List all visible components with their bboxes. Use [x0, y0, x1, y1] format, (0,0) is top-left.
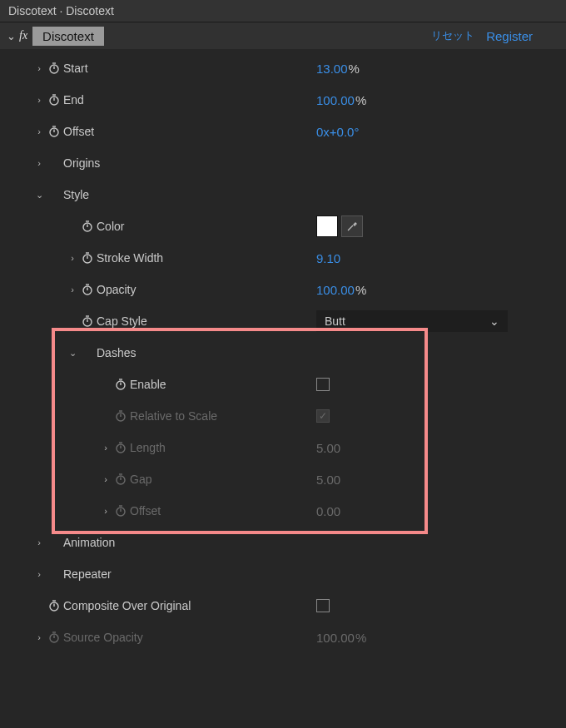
property-row-dashes-gap: › Gap 5.00: [0, 463, 566, 495]
property-label: Start: [63, 62, 88, 75]
stopwatch-icon: [112, 473, 130, 486]
property-unit: %: [349, 62, 360, 76]
stopwatch-icon[interactable]: [45, 93, 63, 106]
cap-style-select[interactable]: Butt ⌄: [316, 310, 508, 332]
property-unit: %: [355, 631, 366, 645]
property-row-offset: › Offset 0 x+0.0°: [0, 116, 566, 147]
property-row-source-opacity: › Source Opacity 100.00 %: [0, 622, 566, 653]
property-unit: %: [355, 93, 366, 107]
stopwatch-icon[interactable]: [78, 314, 97, 328]
chevron-right-icon: ›: [100, 443, 112, 453]
stopwatch-icon[interactable]: [78, 283, 97, 296]
enable-checkbox[interactable]: [316, 378, 330, 391]
chevron-right-icon[interactable]: ›: [33, 63, 45, 73]
property-row-dashes-offset: › Offset 0.00: [0, 495, 566, 527]
property-row-stroke-width: › Stroke Width 9.10: [0, 242, 566, 274]
property-row-start: › Start 13.00 %: [0, 52, 566, 84]
property-label[interactable]: Dashes: [97, 346, 136, 359]
property-label[interactable]: Repeater: [63, 567, 112, 581]
chevron-down-icon[interactable]: ⌄: [67, 348, 78, 359]
color-swatch[interactable]: [316, 215, 338, 237]
property-unit: %: [355, 283, 366, 297]
property-value: 5.00: [316, 441, 340, 455]
chevron-right-icon: ›: [100, 506, 112, 516]
select-value: Butt: [325, 314, 345, 328]
property-unit[interactable]: x+0.0°: [323, 125, 359, 139]
property-row-end: › End 100.00 %: [0, 84, 566, 116]
property-value: 100.00: [316, 631, 355, 645]
effect-header: ⌄ fx Discotext リセット Register: [0, 22, 566, 49]
property-label: Cap Style: [97, 314, 147, 328]
property-label: Stroke Width: [97, 251, 163, 265]
property-label[interactable]: Origins: [63, 156, 100, 170]
chevron-down-icon[interactable]: ⌄: [33, 190, 45, 201]
effect-name[interactable]: Discotext: [32, 27, 104, 46]
property-label: Relative to Scale: [130, 409, 217, 423]
stopwatch-icon: [112, 441, 130, 454]
property-label: Length: [130, 441, 166, 454]
property-row-composite: Composite Over Original: [0, 590, 566, 622]
property-label: Offset: [63, 125, 94, 138]
chevron-right-icon[interactable]: ›: [33, 537, 45, 547]
reset-link[interactable]: リセット: [431, 28, 474, 43]
stopwatch-icon[interactable]: [78, 251, 97, 265]
property-value[interactable]: 9.10: [316, 251, 340, 265]
check-icon: ✓: [319, 411, 327, 421]
chevron-right-icon: ›: [100, 474, 112, 484]
property-row-dashes-relative: Relative to Scale ✓: [0, 400, 566, 432]
chevron-down-icon: ⌄: [489, 314, 499, 328]
property-row-style: ⌄ Style: [0, 179, 566, 210]
effect-controls-panel: Discotext · Discotext ⌄ fx Discotext リセッ…: [0, 0, 566, 656]
panel-title: Discotext · Discotext: [0, 0, 566, 22]
property-label: Source Opacity: [63, 631, 143, 644]
property-value: 5.00: [316, 473, 340, 487]
stopwatch-icon[interactable]: [45, 125, 63, 138]
stopwatch-icon[interactable]: [45, 62, 63, 75]
property-label: Opacity: [97, 283, 136, 296]
property-row-dashes: ⌄ Dashes: [0, 337, 566, 369]
property-value[interactable]: 100.00: [316, 283, 355, 297]
chevron-right-icon[interactable]: ›: [33, 126, 45, 136]
relative-checkbox: ✓: [316, 409, 330, 423]
chevron-right-icon[interactable]: ›: [67, 285, 78, 295]
stopwatch-icon: [112, 409, 130, 423]
property-label: End: [63, 93, 84, 106]
chevron-right-icon[interactable]: ›: [33, 158, 45, 168]
property-row-repeater: › Repeater: [0, 558, 566, 590]
property-label: Color: [97, 220, 124, 233]
property-label: Gap: [130, 473, 151, 486]
property-label: Enable: [130, 378, 166, 391]
eyedropper-icon[interactable]: [341, 215, 363, 237]
property-row-cap-style: Cap Style Butt ⌄: [0, 305, 566, 337]
property-value: 0.00: [316, 504, 340, 518]
property-value[interactable]: 13.00: [316, 62, 348, 76]
property-label[interactable]: Animation: [63, 536, 115, 549]
collapse-effect-icon[interactable]: ⌄: [7, 30, 16, 42]
chevron-right-icon[interactable]: ›: [33, 95, 45, 105]
property-row-dashes-length: › Length 5.00: [0, 432, 566, 463]
property-value[interactable]: 0: [316, 125, 323, 139]
property-label: Composite Over Original: [63, 599, 191, 612]
stopwatch-icon: [45, 631, 63, 644]
property-row-dashes-enable: Enable: [0, 369, 566, 400]
chevron-right-icon[interactable]: ›: [33, 569, 45, 579]
stopwatch-icon[interactable]: [112, 378, 130, 391]
stopwatch-icon[interactable]: [78, 220, 97, 233]
property-row-origins: › Origins: [0, 147, 566, 179]
property-value[interactable]: 100.00: [316, 93, 355, 107]
property-row-animation: › Animation: [0, 527, 566, 558]
composite-checkbox[interactable]: [316, 599, 330, 612]
register-link[interactable]: Register: [486, 29, 533, 43]
chevron-right-icon: ›: [33, 632, 45, 642]
chevron-right-icon[interactable]: ›: [67, 253, 78, 263]
property-row-color: Color: [0, 210, 566, 242]
property-label[interactable]: Style: [63, 188, 89, 201]
stopwatch-icon: [112, 504, 130, 518]
fx-icon[interactable]: fx: [19, 29, 27, 42]
stopwatch-icon[interactable]: [45, 599, 63, 612]
property-row-opacity: › Opacity 100.00 %: [0, 274, 566, 305]
property-label: Offset: [130, 504, 161, 518]
